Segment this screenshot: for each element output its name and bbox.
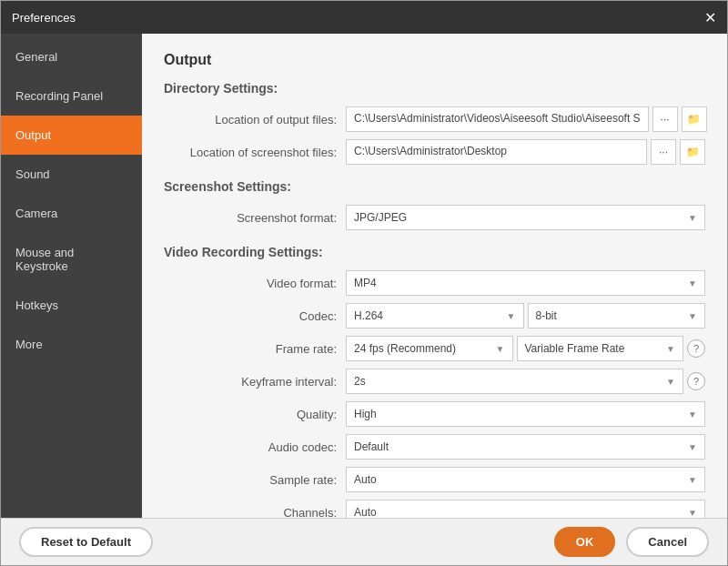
keyframe-row: Keyframe interval: 2s ▼ ? bbox=[164, 369, 705, 394]
sample-rate-controls: Auto ▼ bbox=[346, 467, 705, 492]
framerate-row: Frame rate: 24 fps (Recommend) ▼ Variabl… bbox=[164, 336, 705, 361]
preferences-window: Preferences ✕ General Recording Panel Ou… bbox=[0, 0, 728, 566]
quality-value: High bbox=[354, 408, 682, 420]
screenshot-format-controls: JPG/JPEG ▼ bbox=[346, 205, 705, 230]
screenshot-section: Screenshot Settings: Screenshot format: … bbox=[164, 179, 705, 230]
framerate-mode-arrow-icon: ▼ bbox=[666, 344, 675, 354]
keyframe-arrow-icon: ▼ bbox=[666, 377, 675, 387]
keyframe-label: Keyframe interval: bbox=[164, 375, 346, 389]
sample-rate-value: Auto bbox=[354, 473, 682, 486]
ok-button[interactable]: OK bbox=[554, 527, 616, 557]
video-section: Video Recording Settings: Video format: … bbox=[164, 245, 705, 518]
close-button[interactable]: ✕ bbox=[704, 9, 716, 26]
sidebar-item-sound[interactable]: Sound bbox=[1, 155, 142, 194]
screenshot-files-row: Location of screenshot files: C:\Users\A… bbox=[164, 139, 705, 165]
sidebar-item-hotkeys[interactable]: Hotkeys bbox=[1, 286, 142, 325]
quality-controls: High ▼ bbox=[346, 401, 705, 427]
codec-label: Codec: bbox=[164, 309, 346, 323]
framerate-label: Frame rate: bbox=[164, 342, 346, 356]
reset-button[interactable]: Reset to Default bbox=[19, 527, 153, 557]
keyframe-select[interactable]: 2s ▼ bbox=[346, 369, 683, 394]
video-format-row: Video format: MP4 ▼ bbox=[164, 270, 705, 296]
output-files-row: Location of output files: C:\Users\Admin… bbox=[164, 106, 705, 132]
screenshot-files-label: Location of screenshot files: bbox=[164, 146, 346, 159]
sample-rate-row: Sample rate: Auto ▼ bbox=[164, 467, 705, 492]
bitdepth-arrow-icon: ▼ bbox=[688, 311, 697, 321]
quality-select[interactable]: High ▼ bbox=[346, 401, 705, 427]
audio-codec-value: Default bbox=[354, 440, 682, 453]
audio-codec-arrow-icon: ▼ bbox=[688, 442, 697, 452]
output-files-controls: C:\Users\Administrator\Videos\Aiseesoft … bbox=[346, 106, 707, 132]
sidebar-item-general[interactable]: General bbox=[1, 37, 142, 76]
framerate-select[interactable]: 24 fps (Recommend) ▼ bbox=[346, 336, 513, 361]
keyframe-value: 2s bbox=[354, 375, 661, 388]
bitdepth-select[interactable]: 8-bit ▼ bbox=[528, 303, 706, 328]
output-files-folder-button[interactable]: 📁 bbox=[682, 106, 707, 132]
screenshot-files-controls: C:\Users\Administrator\Desktop ··· 📁 bbox=[346, 139, 705, 165]
quality-label: Quality: bbox=[164, 408, 346, 421]
output-panel: Output Directory Settings: Location of o… bbox=[142, 34, 727, 518]
framerate-help-icon[interactable]: ? bbox=[687, 339, 705, 358]
video-subtitle: Video Recording Settings: bbox=[164, 245, 705, 259]
bitdepth-value: 8-bit bbox=[536, 309, 683, 322]
video-format-value: MP4 bbox=[354, 277, 682, 289]
output-files-label: Location of output files: bbox=[164, 113, 346, 126]
cancel-button[interactable]: Cancel bbox=[626, 527, 709, 557]
codec-value: H.264 bbox=[354, 309, 501, 322]
keyframe-controls: 2s ▼ ? bbox=[346, 369, 705, 394]
screenshot-format-value: JPG/JPEG bbox=[354, 211, 682, 224]
screenshot-files-dots-button[interactable]: ··· bbox=[651, 139, 676, 165]
audio-codec-label: Audio codec: bbox=[164, 440, 346, 454]
codec-row: Codec: H.264 ▼ 8-bit ▼ bbox=[164, 303, 705, 328]
codec-select[interactable]: H.264 ▼ bbox=[346, 303, 524, 328]
output-files-input[interactable]: C:\Users\Administrator\Videos\Aiseesoft … bbox=[346, 106, 649, 132]
screenshot-format-label: Screenshot format: bbox=[164, 211, 346, 225]
screenshot-format-select[interactable]: JPG/JPEG ▼ bbox=[346, 205, 705, 230]
channels-controls: Auto ▼ bbox=[346, 500, 705, 518]
keyframe-help-icon[interactable]: ? bbox=[687, 372, 705, 390]
framerate-controls: 24 fps (Recommend) ▼ Variable Frame Rate… bbox=[346, 336, 705, 361]
sample-rate-select[interactable]: Auto ▼ bbox=[346, 467, 705, 492]
title-bar: Preferences ✕ bbox=[1, 1, 727, 34]
directory-section: Directory Settings: Location of output f… bbox=[164, 81, 705, 165]
channels-value: Auto bbox=[354, 506, 682, 518]
audio-codec-select[interactable]: Default ▼ bbox=[346, 434, 705, 460]
footer-right: OK Cancel bbox=[554, 527, 709, 557]
sidebar-item-more[interactable]: More bbox=[1, 325, 142, 364]
sidebar: General Recording Panel Output Sound Cam… bbox=[1, 34, 142, 518]
channels-label: Channels: bbox=[164, 506, 346, 519]
framerate-mode-value: Variable Frame Rate bbox=[525, 342, 662, 355]
page-title: Output bbox=[164, 52, 705, 68]
video-format-controls: MP4 ▼ bbox=[346, 270, 705, 296]
video-format-select[interactable]: MP4 ▼ bbox=[346, 270, 705, 296]
main-content: General Recording Panel Output Sound Cam… bbox=[1, 34, 727, 518]
screenshot-format-arrow-icon: ▼ bbox=[688, 213, 697, 223]
screenshot-files-input[interactable]: C:\Users\Administrator\Desktop bbox=[346, 139, 647, 165]
channels-select[interactable]: Auto ▼ bbox=[346, 500, 705, 518]
video-format-arrow-icon: ▼ bbox=[688, 278, 697, 288]
sidebar-item-camera[interactable]: Camera bbox=[1, 194, 142, 233]
framerate-mode-select[interactable]: Variable Frame Rate ▼ bbox=[517, 336, 684, 361]
sample-rate-arrow-icon: ▼ bbox=[688, 475, 697, 485]
video-format-label: Video format: bbox=[164, 277, 346, 290]
sidebar-item-mouse-keystroke[interactable]: Mouse and Keystroke bbox=[1, 233, 142, 286]
sidebar-item-output[interactable]: Output bbox=[1, 116, 142, 155]
directory-subtitle: Directory Settings: bbox=[164, 81, 705, 96]
output-files-dots-button[interactable]: ··· bbox=[652, 106, 678, 132]
screenshot-files-folder-button[interactable]: 📁 bbox=[680, 139, 705, 165]
audio-codec-row: Audio codec: Default ▼ bbox=[164, 434, 705, 460]
codec-arrow-icon: ▼ bbox=[507, 311, 516, 321]
framerate-arrow-icon: ▼ bbox=[496, 344, 505, 354]
audio-codec-controls: Default ▼ bbox=[346, 434, 705, 460]
codec-controls: H.264 ▼ 8-bit ▼ bbox=[346, 303, 705, 328]
quality-arrow-icon: ▼ bbox=[688, 409, 697, 419]
channels-row: Channels: Auto ▼ bbox=[164, 500, 705, 518]
screenshot-format-row: Screenshot format: JPG/JPEG ▼ bbox=[164, 205, 705, 230]
quality-row: Quality: High ▼ bbox=[164, 401, 705, 427]
sidebar-item-recording-panel[interactable]: Recording Panel bbox=[1, 76, 142, 116]
window-title: Preferences bbox=[12, 11, 76, 25]
channels-arrow-icon: ▼ bbox=[688, 508, 697, 518]
screenshot-subtitle: Screenshot Settings: bbox=[164, 179, 705, 194]
sample-rate-label: Sample rate: bbox=[164, 473, 346, 487]
framerate-value: 24 fps (Recommend) bbox=[354, 342, 490, 355]
